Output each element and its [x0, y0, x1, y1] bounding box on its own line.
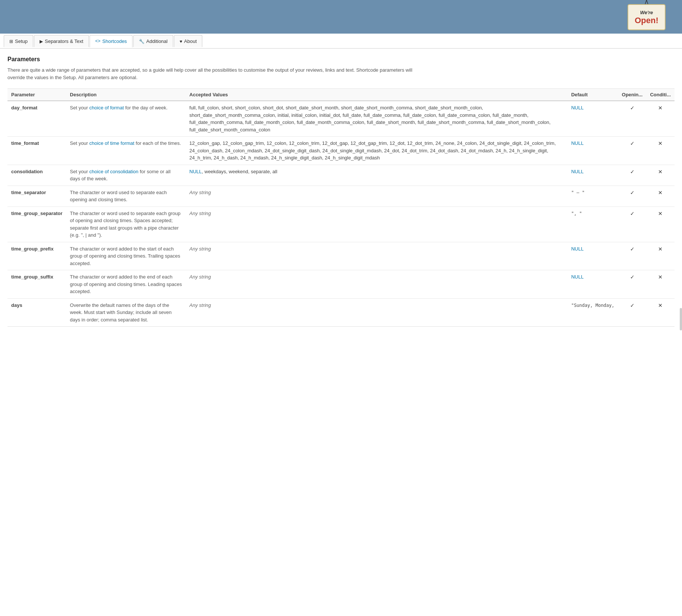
tab-setup-label: Setup [15, 38, 28, 44]
table-row: time_group_suffixThe character or word a… [7, 270, 675, 299]
table-header-row: Parameter Description Accepted Values De… [7, 89, 675, 101]
table-row: time_group_prefixThe character or word a… [7, 242, 675, 270]
choice-link[interactable]: choice of format [89, 105, 124, 111]
header: We're Open! [0, 0, 682, 34]
default-value: " – " [571, 190, 585, 195]
svg-text:Open!: Open! [635, 16, 658, 25]
default-value: ", " [571, 211, 582, 216]
param-default: "Sunday, Monday, [567, 298, 618, 327]
check-icon: ✓ [630, 140, 635, 146]
param-condition: ✕ [646, 242, 675, 270]
x-icon: ✕ [658, 190, 663, 196]
x-icon: ✕ [658, 211, 663, 217]
x-icon: ✕ [658, 169, 663, 175]
tab-setup[interactable]: ⊞ Setup [4, 35, 33, 47]
param-opening: ✓ [618, 242, 647, 270]
param-name: time_group_separator [7, 206, 66, 242]
param-name: time_group_prefix [7, 242, 66, 270]
check-icon: ✓ [630, 274, 635, 280]
param-name: consolidation [7, 165, 66, 186]
shortcodes-icon: <> [95, 38, 100, 44]
tab-bar: ⊞ Setup ▶ Separators & Text <> Shortcode… [0, 34, 682, 49]
param-condition: ✕ [646, 137, 675, 165]
param-accepted-values: full, full_colon, short, short_colon, sh… [186, 101, 567, 137]
param-default: NULL [567, 242, 618, 270]
check-icon: ✓ [630, 190, 635, 196]
x-icon: ✕ [658, 274, 663, 280]
page-title: Parameters [7, 56, 675, 63]
check-icon: ✓ [630, 246, 635, 252]
tab-about-label: About [184, 38, 197, 44]
col-header-opening: Openin... [618, 89, 647, 101]
null-value: NULL [571, 140, 583, 146]
open-sign: We're Open! [626, 0, 667, 35]
check-icon: ✓ [630, 105, 635, 111]
scrollbar[interactable] [680, 308, 682, 330]
any-string-label: Any string [189, 211, 211, 216]
separators-icon: ▶ [40, 39, 43, 44]
param-name: time_separator [7, 186, 66, 206]
tab-shortcodes-label: Shortcodes [102, 38, 127, 44]
null-value: NULL [571, 169, 583, 174]
x-icon: ✕ [658, 140, 663, 146]
any-string-label: Any string [189, 190, 211, 195]
col-header-values: Accepted Values [186, 89, 567, 101]
svg-text:We're: We're [640, 10, 653, 15]
main-content: Parameters There are quite a wide range … [0, 49, 682, 616]
any-string-label: Any string [189, 274, 211, 280]
choice-link[interactable]: choice of time format [89, 140, 134, 146]
param-default: " – " [567, 186, 618, 206]
default-value: "Sunday, Monday, [571, 303, 614, 308]
about-icon: ♥ [180, 39, 182, 44]
tab-about[interactable]: ♥ About [174, 35, 202, 47]
parameters-table: Parameter Description Accepted Values De… [7, 88, 675, 327]
param-description: The character or word added to the start… [66, 242, 186, 270]
param-description: The character or word used to separate e… [66, 186, 186, 206]
check-icon: ✓ [630, 211, 635, 217]
tab-additional-label: Additional [146, 38, 168, 44]
param-condition: ✕ [646, 270, 675, 299]
any-string-label: Any string [189, 246, 211, 252]
tab-separators[interactable]: ▶ Separators & Text [34, 35, 89, 47]
col-header-condition: Conditi... [646, 89, 675, 101]
null-value: NULL [571, 105, 583, 111]
param-accepted-values: NULL, weekdays, weekend, separate, all [186, 165, 567, 186]
param-description: The character or word added to the end o… [66, 270, 186, 299]
param-opening: ✓ [618, 165, 647, 186]
param-default: NULL [567, 165, 618, 186]
check-icon: ✓ [630, 302, 635, 308]
check-icon: ✓ [630, 169, 635, 175]
table-row: time_formatSet your choice of time forma… [7, 137, 675, 165]
param-condition: ✕ [646, 206, 675, 242]
param-opening: ✓ [618, 270, 647, 299]
param-default: NULL [567, 137, 618, 165]
null-link[interactable]: NULL [189, 169, 202, 174]
param-name: days [7, 298, 66, 327]
choice-link[interactable]: choice of consolidation [89, 169, 138, 174]
param-accepted-values: Any string [186, 242, 567, 270]
tab-additional[interactable]: 🔧 Additional [133, 35, 173, 47]
param-condition: ✕ [646, 186, 675, 206]
param-opening: ✓ [618, 101, 647, 137]
param-accepted-values: Any string [186, 298, 567, 327]
any-string-label: Any string [189, 302, 211, 308]
table-row: day_formatSet your choice of format for … [7, 101, 675, 137]
param-description: Overwrite the default names of the days … [66, 298, 186, 327]
param-accepted-values: Any string [186, 206, 567, 242]
param-description: Set your choice of consolidation for som… [66, 165, 186, 186]
table-row: daysOverwrite the default names of the d… [7, 298, 675, 327]
col-header-param: Parameter [7, 89, 66, 101]
param-opening: ✓ [618, 137, 647, 165]
param-condition: ✕ [646, 165, 675, 186]
param-opening: ✓ [618, 298, 647, 327]
param-accepted-values: Any string [186, 186, 567, 206]
table-row: consolidationSet your choice of consolid… [7, 165, 675, 186]
param-accepted-values: 12_colon_gap, 12_colon_gap_trim, 12_colo… [186, 137, 567, 165]
null-value: NULL [571, 246, 583, 252]
param-default: NULL [567, 101, 618, 137]
page-description: There are quite a wide range of paramete… [7, 66, 418, 81]
param-description: The character or word used to separate e… [66, 206, 186, 242]
tab-shortcodes[interactable]: <> Shortcodes [90, 35, 133, 47]
param-name: time_group_suffix [7, 270, 66, 299]
param-default: ", " [567, 206, 618, 242]
